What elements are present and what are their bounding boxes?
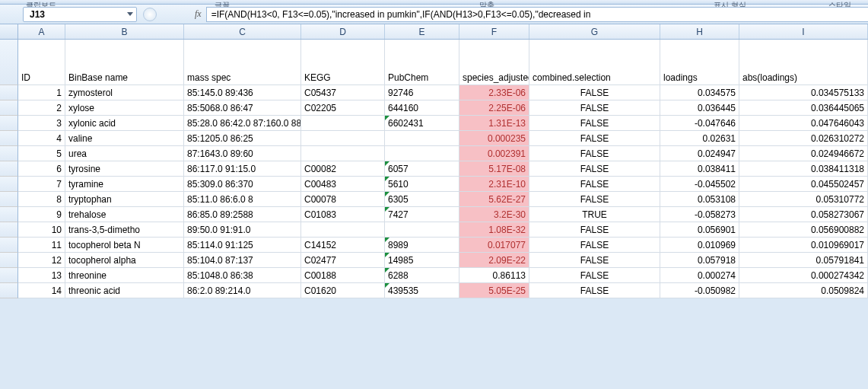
cell-binbase[interactable]: tyrosine xyxy=(65,161,184,177)
cell-combined[interactable]: FALSE xyxy=(529,161,660,177)
cell-pubchem[interactable] xyxy=(385,222,459,238)
spreadsheet-grid[interactable]: ID BinBase name mass spec KEGG PubChem s… xyxy=(0,40,868,298)
cell-pubchem[interactable]: 6057 xyxy=(385,161,459,177)
cell-id[interactable]: 12 xyxy=(18,253,65,268)
cell-absloadings[interactable]: 0.05791841 xyxy=(739,253,868,268)
cell-kegg[interactable] xyxy=(301,146,385,161)
col-header-I[interactable]: I xyxy=(739,24,868,39)
row-header[interactable] xyxy=(0,268,18,283)
hdr-binbase[interactable]: BinBase name xyxy=(65,40,184,85)
cell-combined[interactable]: FALSE xyxy=(529,131,660,146)
cell-loadings[interactable]: 0.056901 xyxy=(660,222,739,238)
row-header[interactable] xyxy=(0,85,18,100)
cell-combined[interactable]: FALSE xyxy=(529,222,660,238)
cell-id[interactable]: 1 xyxy=(18,85,65,100)
row-header[interactable] xyxy=(0,192,18,207)
cell-id[interactable]: 3 xyxy=(18,116,65,131)
row-header[interactable] xyxy=(0,207,18,222)
row-header[interactable] xyxy=(0,283,18,298)
cell-binbase[interactable]: xylose xyxy=(65,100,184,116)
cell-absloadings[interactable]: 0.026310272 xyxy=(739,131,868,146)
row-header[interactable] xyxy=(0,116,18,131)
cell-absloadings[interactable]: 0.05310772 xyxy=(739,192,868,207)
cell-combined[interactable]: TRUE xyxy=(529,207,660,222)
cell-massspec[interactable]: 85:145.0 89:436 xyxy=(184,85,301,100)
cell-massspec[interactable]: 86:117.0 91:15.0 xyxy=(184,161,301,177)
cell-binbase[interactable]: tyramine xyxy=(65,177,184,192)
formula-input[interactable]: =IF(AND(H13<0, F13<=0.05),"increased in … xyxy=(206,7,868,22)
cell-pubchem[interactable]: 8989 xyxy=(385,238,459,253)
cell-loadings[interactable]: 0.053108 xyxy=(660,192,739,207)
cell-id[interactable]: 10 xyxy=(18,222,65,238)
col-header-B[interactable]: B xyxy=(65,24,184,39)
cell-pubchem[interactable] xyxy=(385,146,459,161)
cell-pubchem[interactable]: 6288 xyxy=(385,268,459,283)
select-all-corner[interactable] xyxy=(0,24,18,39)
cell-combined[interactable]: FALSE xyxy=(529,116,660,131)
cell-combined[interactable]: FALSE xyxy=(529,146,660,161)
cell-combined[interactable]: FALSE xyxy=(529,238,660,253)
cell-binbase[interactable]: urea xyxy=(65,146,184,161)
cell-pvalue[interactable]: 3.2E-30 xyxy=(459,207,529,222)
cell-loadings[interactable]: -0.050982 xyxy=(660,283,739,298)
cell-kegg[interactable]: C00483 xyxy=(301,177,385,192)
cell-massspec[interactable]: 86:2.0 89:214.0 xyxy=(184,283,301,298)
cell-pvalue[interactable]: 1.08E-32 xyxy=(459,222,529,238)
cell-binbase[interactable]: threonine xyxy=(65,268,184,283)
row-header[interactable] xyxy=(0,161,18,177)
hdr-pvalues[interactable]: species_adjusted.pvalues xyxy=(459,40,529,85)
cell-combined[interactable]: FALSE xyxy=(529,268,660,283)
cell-loadings[interactable]: 0.000274 xyxy=(660,268,739,283)
cell-binbase[interactable]: tocopherol alpha xyxy=(65,253,184,268)
cell-pvalue[interactable]: 5.17E-08 xyxy=(459,161,529,177)
cell-kegg[interactable]: C00082 xyxy=(301,161,385,177)
cell-kegg[interactable]: C00078 xyxy=(301,192,385,207)
cell-combined[interactable]: FALSE xyxy=(529,192,660,207)
cell-kegg[interactable]: C00188 xyxy=(301,268,385,283)
cell-kegg[interactable] xyxy=(301,116,385,131)
cell-absloadings[interactable]: 0.047646043 xyxy=(739,116,868,131)
cell-kegg[interactable] xyxy=(301,222,385,238)
cell-massspec[interactable]: 86:85.0 89:2588 xyxy=(184,207,301,222)
col-header-E[interactable]: E xyxy=(385,24,459,39)
cell-kegg[interactable]: C05437 xyxy=(301,85,385,100)
cell-loadings[interactable]: 0.036445 xyxy=(660,100,739,116)
row-header[interactable] xyxy=(0,222,18,238)
cell-absloadings[interactable]: 0.000274342 xyxy=(739,268,868,283)
cell-massspec[interactable]: 85:1205.0 86:25 xyxy=(184,131,301,146)
cell-id[interactable]: 14 xyxy=(18,283,65,298)
cell-pvalue[interactable]: 2.33E-06 xyxy=(459,85,529,100)
cell-pubchem[interactable]: 14985 xyxy=(385,253,459,268)
hdr-combined[interactable]: combined.selection xyxy=(529,40,660,85)
cell-id[interactable]: 5 xyxy=(18,146,65,161)
cell-binbase[interactable]: xylonic acid xyxy=(65,116,184,131)
cell-pubchem[interactable]: 5610 xyxy=(385,177,459,192)
cell-pvalue[interactable]: 0.017077 xyxy=(459,238,529,253)
cell-loadings[interactable]: 0.010969 xyxy=(660,238,739,253)
cell-binbase[interactable]: threonic acid xyxy=(65,283,184,298)
cell-combined[interactable]: FALSE xyxy=(529,177,660,192)
col-header-F[interactable]: F xyxy=(459,24,529,39)
cell-kegg[interactable]: C01620 xyxy=(301,283,385,298)
cell-absloadings[interactable]: 0.010969017 xyxy=(739,238,868,253)
col-header-C[interactable]: C xyxy=(184,24,301,39)
cell-id[interactable]: 13 xyxy=(18,268,65,283)
cell-loadings[interactable]: -0.045502 xyxy=(660,177,739,192)
col-header-G[interactable]: G xyxy=(529,24,660,39)
cell-combined[interactable]: FALSE xyxy=(529,253,660,268)
cell-massspec[interactable]: 85:114.0 91:125 xyxy=(184,238,301,253)
cell-binbase[interactable]: valine xyxy=(65,131,184,146)
cell-absloadings[interactable]: 0.045502457 xyxy=(739,177,868,192)
cell-pubchem[interactable]: 6305 xyxy=(385,192,459,207)
cell-binbase[interactable]: tocopherol beta N xyxy=(65,238,184,253)
hdr-loadings[interactable]: loadings xyxy=(660,40,739,85)
cell-id[interactable]: 8 xyxy=(18,192,65,207)
cell-massspec[interactable]: 85:11.0 86:6.0 8 xyxy=(184,192,301,207)
col-header-D[interactable]: D xyxy=(301,24,385,39)
cell-combined[interactable]: FALSE xyxy=(529,283,660,298)
cell-pvalue[interactable]: 2.31E-10 xyxy=(459,177,529,192)
cell-binbase[interactable]: zymosterol xyxy=(65,85,184,100)
hdr-kegg[interactable]: KEGG xyxy=(301,40,385,85)
hdr-pubchem[interactable]: PubChem xyxy=(385,40,459,85)
row-header[interactable] xyxy=(0,40,18,85)
